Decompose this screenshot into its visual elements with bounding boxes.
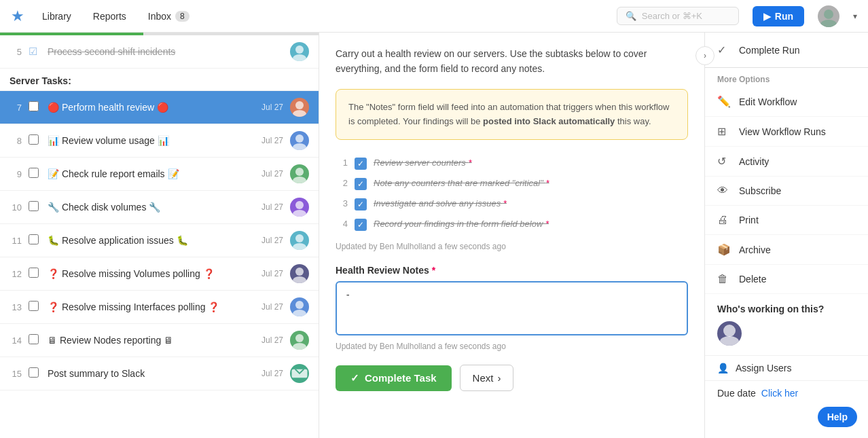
section-header: Server Tasks: bbox=[0, 69, 319, 91]
search-box[interactable]: 🔍 Search or ⌘+K bbox=[617, 7, 739, 25]
updated-text: Updated by Ben Mulholland a few seconds … bbox=[336, 242, 688, 251]
subscribe-option[interactable]: 👁 Subscribe bbox=[705, 177, 868, 206]
subtask-checkbox[interactable]: ✓ bbox=[355, 219, 367, 231]
svg-point-6 bbox=[295, 134, 304, 143]
task-checkbox[interactable] bbox=[29, 334, 41, 346]
notes-input[interactable]: - bbox=[336, 281, 688, 335]
nav-library[interactable]: Library bbox=[38, 8, 75, 24]
center-panel-wrapper: Carry out a health review on our servers… bbox=[319, 33, 705, 438]
archive-icon: 📦 bbox=[717, 243, 731, 256]
task-checkbox[interactable] bbox=[29, 168, 41, 180]
svg-point-7 bbox=[293, 143, 306, 150]
task-date: Jul 27 bbox=[261, 302, 283, 312]
run-button[interactable]: ▶ Run bbox=[753, 6, 804, 26]
task-row[interactable]: 13 ❓ Resolve missing Interfaces polling … bbox=[0, 291, 319, 324]
left-panel: 5 ☑ Process second shift incidents Serve… bbox=[0, 33, 319, 438]
task-date: Jul 27 bbox=[261, 236, 283, 245]
svg-point-8 bbox=[295, 168, 304, 176]
subtask-number: 2 bbox=[336, 178, 348, 188]
svg-point-3 bbox=[293, 54, 306, 61]
due-date-label: Due date bbox=[717, 388, 756, 399]
task-row[interactable]: 8 📊 Review volume usage 📊 Jul 27 bbox=[0, 124, 319, 158]
due-date-link[interactable]: Click her bbox=[761, 388, 798, 399]
task-row[interactable]: 14 🖥 Review Nodes reporting 🖥 Jul 27 bbox=[0, 324, 319, 357]
task-description: Carry out a health review on our servers… bbox=[336, 46, 688, 77]
grid-icon: ⊞ bbox=[717, 125, 731, 138]
trash-icon: 🗑 bbox=[717, 273, 731, 285]
task-checkbox[interactable] bbox=[29, 201, 41, 213]
subtask-checkbox[interactable]: ✓ bbox=[355, 198, 367, 211]
task-number: 7 bbox=[10, 103, 22, 113]
svg-point-2 bbox=[295, 45, 304, 54]
task-label: ❓ Resolve missing Interfaces polling ❓ bbox=[48, 302, 255, 312]
task-number: 11 bbox=[10, 236, 22, 246]
print-option[interactable]: 🖨 Print bbox=[705, 206, 868, 235]
subtask-number: 3 bbox=[336, 198, 348, 208]
task-checkbox[interactable] bbox=[29, 301, 41, 313]
user-avatar[interactable] bbox=[818, 5, 839, 27]
activity-option[interactable]: ↺ Activity bbox=[705, 147, 868, 177]
task-checkbox[interactable]: ☑ bbox=[29, 45, 41, 58]
complete-run-option[interactable]: ✓ Complete Run bbox=[705, 33, 868, 68]
edit-icon: ✏️ bbox=[717, 95, 731, 108]
right-panel: ✓ Complete Run More Options ✏️ Edit Work… bbox=[705, 33, 868, 438]
complete-task-button[interactable]: ✓ Complete Task bbox=[336, 365, 452, 391]
next-button[interactable]: Next › bbox=[460, 365, 514, 391]
required-star: * bbox=[432, 265, 435, 276]
task-checkbox[interactable] bbox=[29, 134, 41, 147]
updated-text-2: Updated by Ben Mulholland a few seconds … bbox=[336, 342, 688, 351]
svg-point-18 bbox=[295, 334, 304, 342]
svg-point-12 bbox=[295, 234, 304, 242]
task-row[interactable]: 7 🔴 Perform health review 🔴 Jul 27 bbox=[0, 91, 319, 124]
view-workflow-runs-option[interactable]: ⊞ View Workflow Runs bbox=[705, 117, 868, 147]
run-icon: ▶ bbox=[763, 11, 771, 22]
task-row[interactable]: 11 🐛 Resolve application issues 🐛 Jul 27 bbox=[0, 224, 319, 257]
app-logo[interactable]: ★ bbox=[11, 7, 24, 25]
task-label: Post summary to Slack bbox=[48, 368, 255, 379]
subtask-item: 3 ✓ Investigate and solve any issues * bbox=[336, 194, 688, 215]
check-circle-icon: ✓ bbox=[717, 43, 731, 56]
task-date: Jul 27 bbox=[261, 369, 283, 378]
next-arrow-icon: › bbox=[497, 372, 501, 384]
subtask-list: 1 ✓ Review server counters * 2 ✓ Note an… bbox=[336, 153, 688, 235]
info-box: The "Notes" form field will feed into an… bbox=[336, 89, 688, 141]
task-date: Jul 27 bbox=[261, 269, 283, 278]
user-menu-chevron[interactable]: ▾ bbox=[853, 12, 857, 21]
task-label: 🐛 Resolve application issues 🐛 bbox=[48, 235, 255, 246]
task-number: 13 bbox=[10, 302, 22, 312]
task-checkbox[interactable] bbox=[29, 234, 41, 247]
svg-point-11 bbox=[293, 210, 306, 217]
task-label: Process second shift incidents bbox=[48, 46, 283, 57]
task-number: 10 bbox=[10, 202, 22, 213]
nav-reports[interactable]: Reports bbox=[89, 8, 130, 24]
who-title: Who's working on this? bbox=[717, 304, 856, 314]
activity-icon: ↺ bbox=[717, 155, 731, 168]
task-checkbox[interactable] bbox=[29, 268, 41, 280]
svg-point-9 bbox=[293, 177, 306, 183]
subtask-checkbox[interactable]: ✓ bbox=[355, 178, 367, 190]
panel-collapse-button[interactable]: › bbox=[695, 46, 715, 65]
svg-point-4 bbox=[295, 101, 304, 109]
archive-option[interactable]: 📦 Archive bbox=[705, 235, 868, 265]
task-row[interactable]: 12 ❓ Resolve missing Volumes polling ❓ J… bbox=[0, 257, 319, 291]
task-avatar bbox=[290, 297, 309, 316]
task-label: 🖥 Review Nodes reporting 🖥 bbox=[48, 335, 255, 346]
svg-point-0 bbox=[824, 10, 833, 19]
delete-option[interactable]: 🗑 Delete bbox=[705, 265, 868, 294]
task-row[interactable]: 5 ☑ Process second shift incidents bbox=[0, 35, 319, 69]
nav-inbox[interactable]: Inbox 8 bbox=[144, 8, 194, 24]
task-row[interactable]: 15 Post summary to Slack Jul 27 bbox=[0, 357, 319, 390]
task-checkbox[interactable] bbox=[29, 367, 41, 380]
help-badge[interactable]: Help bbox=[818, 407, 857, 427]
task-date: Jul 27 bbox=[261, 136, 283, 145]
subtask-checkbox[interactable]: ✓ bbox=[355, 158, 367, 170]
svg-point-15 bbox=[293, 276, 306, 283]
printer-icon: 🖨 bbox=[717, 214, 731, 226]
task-row[interactable]: 10 🔧 Check disk volumes 🔧 Jul 27 bbox=[0, 191, 319, 224]
edit-workflow-option[interactable]: ✏️ Edit Workflow bbox=[705, 87, 868, 117]
task-row[interactable]: 9 📝 Check rule report emails 📝 Jul 27 bbox=[0, 158, 319, 191]
task-checkbox[interactable] bbox=[29, 101, 41, 113]
assign-users-option[interactable]: 👤 Assign Users bbox=[705, 355, 868, 380]
subtask-item: 1 ✓ Review server counters * bbox=[336, 153, 688, 174]
eye-icon: 👁 bbox=[717, 185, 731, 197]
